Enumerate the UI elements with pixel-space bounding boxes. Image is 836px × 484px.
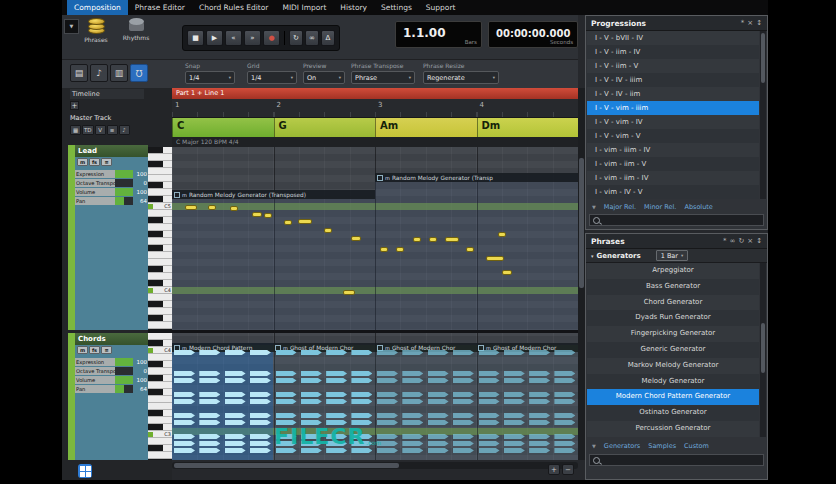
melody-note[interactable] xyxy=(208,205,216,210)
chord-note[interactable] xyxy=(428,350,449,355)
go-to-start-button[interactable]: « xyxy=(225,30,242,46)
phrase-generator-item[interactable]: Ostinato Generator xyxy=(587,405,759,421)
chord-note[interactable] xyxy=(554,399,575,404)
param-pan[interactable]: Pan64 xyxy=(75,196,148,205)
phrase-collapse-icon[interactable] xyxy=(478,345,484,351)
white-key[interactable] xyxy=(148,259,172,266)
chord-note[interactable] xyxy=(377,399,398,404)
black-key[interactable] xyxy=(148,161,172,168)
chord-note[interactable] xyxy=(250,420,271,425)
chord-note[interactable] xyxy=(453,350,474,355)
phrase-generator-item[interactable]: Markov Melody Generator xyxy=(587,358,759,374)
chord-note[interactable] xyxy=(479,399,500,404)
black-key[interactable] xyxy=(148,182,172,189)
chord-note[interactable] xyxy=(453,413,474,418)
white-key[interactable] xyxy=(148,273,172,280)
chord-note[interactable] xyxy=(453,448,474,453)
param-octave-transpose[interactable]: Octave Transpose0 xyxy=(75,366,148,375)
chord-note[interactable] xyxy=(199,399,220,404)
white-key[interactable] xyxy=(148,210,172,217)
phrase-collapse-icon[interactable] xyxy=(174,192,180,198)
chord-note[interactable] xyxy=(479,378,500,383)
menu-tab-support[interactable]: Support xyxy=(419,0,463,15)
chord-note[interactable] xyxy=(276,378,297,383)
melody-note[interactable] xyxy=(284,220,292,225)
chord-note[interactable] xyxy=(225,378,246,383)
resize-icon[interactable]: ↕ xyxy=(756,19,762,27)
phrase-region-random-melody-generator-transp[interactable]: mRandom Melody Generator (Transp xyxy=(375,173,578,330)
chord-note[interactable] xyxy=(479,371,500,376)
phrase-generator-item[interactable]: Dyads Run Generator xyxy=(587,310,759,326)
chord-note[interactable] xyxy=(326,399,347,404)
scrollbar-thumb[interactable] xyxy=(761,323,765,373)
black-key[interactable] xyxy=(148,196,172,203)
chord-note[interactable] xyxy=(554,378,575,383)
chord-note[interactable] xyxy=(529,378,550,383)
chord-note[interactable] xyxy=(402,448,423,453)
chord-note[interactable] xyxy=(529,413,550,418)
chord-note[interactable] xyxy=(504,399,525,404)
melody-note[interactable] xyxy=(502,270,512,275)
chord-note[interactable] xyxy=(225,441,246,446)
vertical-scrollbar[interactable] xyxy=(578,88,585,460)
virtual-keyboard-button[interactable]: ▤ xyxy=(70,64,88,82)
melody-note[interactable] xyxy=(380,247,388,252)
vertical-scrollbar-thumb[interactable] xyxy=(579,158,584,288)
chord-note[interactable] xyxy=(276,392,297,397)
progression-item[interactable]: I - V - IV - iim xyxy=(587,87,759,101)
chord-note[interactable] xyxy=(529,392,550,397)
horizontal-scrollbar[interactable] xyxy=(172,462,578,469)
menu-tab-midi-import[interactable]: MIDI Import xyxy=(275,0,333,15)
close-icon[interactable]: × xyxy=(747,237,753,245)
filter-absolute[interactable]: Absolute xyxy=(684,203,712,211)
progression-item[interactable]: I - V - vim - iiim xyxy=(587,101,759,115)
white-key[interactable] xyxy=(148,368,172,375)
melody-note[interactable] xyxy=(343,290,355,295)
white-key[interactable]: C4 xyxy=(148,347,172,354)
chord-note[interactable] xyxy=(479,448,500,453)
snap-magnet-button[interactable]: Ω xyxy=(130,64,148,82)
chord-note[interactable] xyxy=(301,378,322,383)
chord-note[interactable] xyxy=(504,371,525,376)
chord-note[interactable] xyxy=(402,413,423,418)
chord-note[interactable] xyxy=(554,434,575,439)
progression-item[interactable]: I - vim - iim - IV xyxy=(587,171,759,185)
melody-note[interactable] xyxy=(185,205,197,210)
chord-note[interactable] xyxy=(174,448,195,453)
filter-custom[interactable]: Custom xyxy=(684,442,709,450)
chord-note[interactable] xyxy=(554,448,575,453)
chord-note[interactable] xyxy=(504,420,525,425)
white-key[interactable] xyxy=(148,189,172,196)
chord-note[interactable] xyxy=(504,434,525,439)
chord-note[interactable] xyxy=(174,399,195,404)
melody-note[interactable] xyxy=(351,236,361,241)
close-icon[interactable]: × xyxy=(747,19,753,27)
phrase-generator-item[interactable]: Modern Chord Pattern Generator xyxy=(587,389,759,405)
black-key[interactable] xyxy=(148,280,172,287)
go-to-end-button[interactable]: » xyxy=(244,30,261,46)
phrase-collapse-icon[interactable] xyxy=(377,345,383,351)
phrase-mute-icon[interactable]: m xyxy=(385,175,390,181)
white-key[interactable] xyxy=(148,238,172,245)
chord-note[interactable] xyxy=(225,399,246,404)
phrase-generator-item[interactable]: Arpeggiator xyxy=(587,263,759,279)
link-playback-button[interactable]: ∞ xyxy=(305,30,319,46)
chord-note[interactable] xyxy=(250,350,271,355)
resize-icon[interactable]: ↕ xyxy=(756,237,762,245)
phrase-region-random-melody-generator-transposed[interactable]: mRandom Melody Generator (Transposed) xyxy=(172,190,375,330)
filter-minor-rel[interactable]: Minor Rel. xyxy=(644,203,676,211)
chord-note[interactable] xyxy=(276,350,297,355)
black-key[interactable] xyxy=(148,217,172,224)
phrase-generator-item[interactable]: Percussion Generator xyxy=(587,421,759,437)
track-m-button[interactable]: m xyxy=(77,346,88,354)
white-key[interactable]: C3 xyxy=(148,431,172,438)
chord-note[interactable] xyxy=(301,413,322,418)
chord-note[interactable] xyxy=(402,392,423,397)
menu-tab-history[interactable]: History xyxy=(333,0,374,15)
chord-note[interactable] xyxy=(402,434,423,439)
param-expression[interactable]: Expression100 xyxy=(75,357,148,366)
chord-note[interactable] xyxy=(453,371,474,376)
chord-note[interactable] xyxy=(174,441,195,446)
melody-note[interactable] xyxy=(298,219,312,224)
param-volume[interactable]: Volume100 xyxy=(75,375,148,384)
